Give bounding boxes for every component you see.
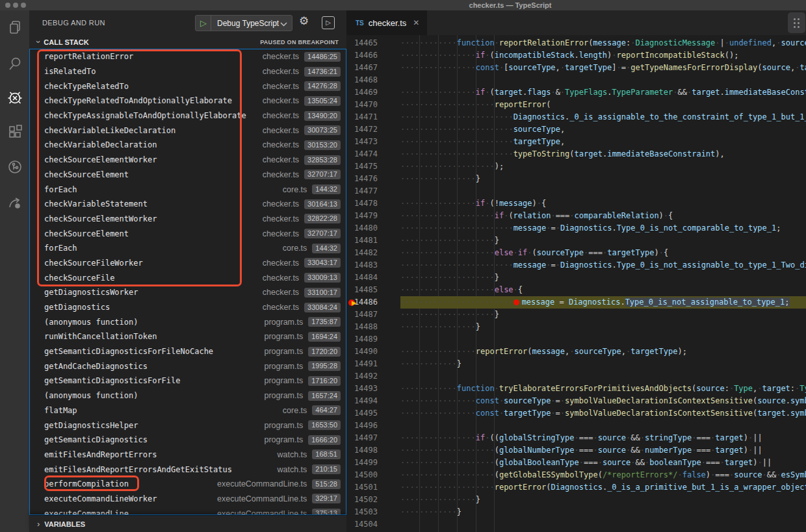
line-number[interactable]: 14471 [346,111,378,123]
tab-checker-ts[interactable]: TS checker.ts ✕ [346,10,427,35]
call-stack-frame[interactable]: checkTypeRelatedTochecker.ts14276:28 [30,79,346,94]
line-number[interactable]: 14498 [346,444,378,457]
code-line[interactable]: 14468 [346,74,806,86]
call-stack-frame[interactable]: executeCommandLineWorkerexecuteCommandLi… [30,492,346,507]
code-line[interactable]: 14478················if·(!message)·{ [346,197,806,210]
code-line[interactable]: 14483························message·=·D… [346,259,806,272]
code-line[interactable]: 14485····················else·{ [346,284,806,296]
line-number[interactable]: 14478 [346,197,378,210]
code-line[interactable]: 14498····················(globalNumberTy… [346,444,806,457]
code-line[interactable]: 14503············} [346,506,806,518]
editor-actions-handle[interactable] [788,12,805,33]
line-number[interactable]: 14472 [346,123,378,136]
line-number[interactable]: 14491 [346,358,378,370]
code-line[interactable]: 14489 [346,333,806,346]
line-number[interactable]: 14482 [346,247,378,259]
call-stack-frame[interactable]: (anonymous function)program.ts1657:24 [30,388,346,403]
call-stack-frame[interactable]: getSemanticDiagnosticsprogram.ts1666:20 [30,433,346,448]
code-line[interactable]: 14500····················(getGlobalESSym… [346,469,806,481]
call-stack-frame[interactable]: checkSourceElementchecker.ts32707:17 [30,168,346,183]
code-line[interactable]: 14472························sourceType, [346,123,806,136]
line-number[interactable]: 14500 [346,469,378,481]
code-line[interactable]: 14466················if·(incompatibleSta… [346,49,806,62]
share-icon[interactable] [0,190,29,216]
inline-breakpoint-icon[interactable] [514,299,519,305]
code-line[interactable]: 14475····················); [346,160,806,173]
code-line[interactable]: 14469················if·(target.flags·&·… [346,86,806,99]
call-stack-frame[interactable]: checkSourceElementWorkerchecker.ts32822:… [30,212,346,227]
call-stack-frame[interactable]: getDiagnosticschecker.ts33084:24 [30,300,346,315]
line-number[interactable]: 14467 [346,62,378,74]
code-line[interactable]: 14473························targetType, [346,136,806,148]
minimize-window-button[interactable] [13,3,18,8]
line-number[interactable]: 14485 [346,284,378,296]
call-stack-frame[interactable]: runWithCancellationTokenprogram.ts1694:2… [30,329,346,344]
code-line[interactable]: 14476················} [346,173,806,185]
line-number[interactable]: 14476 [346,173,378,185]
debug-console-icon[interactable]: ▷ [322,16,335,29]
code-line[interactable]: 14494················const·sourceType·=·… [346,395,806,407]
code-line[interactable]: 14480························message·=·D… [346,222,806,234]
call-stack-frame[interactable]: getSemanticDiagnosticsForFileprogram.ts1… [30,374,346,388]
code-line[interactable]: 14490················reportError(message… [346,346,806,358]
line-number[interactable]: 14465 [346,37,378,49]
code-line[interactable]: 14467················const·[sourceType,·… [346,62,806,74]
call-stack-frame[interactable]: emitFilesAndReportErrorswatch.ts168:51 [30,448,346,462]
close-icon[interactable]: ✕ [413,18,419,27]
gear-icon[interactable]: ⚙ [299,14,309,28]
line-number[interactable]: 14477 [346,185,378,197]
call-stack-frame[interactable]: reportRelationErrorchecker.ts14486:25 [30,49,346,64]
code-line[interactable]: 14479····················if·(relation·==… [346,210,806,222]
line-number[interactable]: 14494 [346,395,378,407]
call-stack-frame[interactable]: isRelatedTochecker.ts14736:21 [30,64,346,79]
line-number[interactable]: 14501 [346,481,378,494]
extensions-icon[interactable] [0,119,29,145]
code-line[interactable]: 14484····················} [346,272,806,284]
call-stack-frame[interactable]: checkSourceFileWorkerchecker.ts33043:17 [30,256,346,271]
code-line[interactable]: 14496 [346,420,806,432]
call-stack-frame[interactable]: emitFilesAndReportErrorsAndGetExitStatus… [30,462,346,477]
call-stack-frame[interactable]: executeCommandLineexecuteCommandLine.ts3… [30,506,346,515]
line-number[interactable]: 14473 [346,136,378,148]
zoom-window-button[interactable] [21,3,26,8]
code-line[interactable]: 14471························Diagnostics… [346,111,806,123]
code-line[interactable]: 14491············} [346,358,806,370]
call-stack-frame[interactable]: checkVariableLikeDeclarationchecker.ts30… [30,123,346,138]
code-line[interactable]: 14492 [346,370,806,383]
line-number[interactable]: 14484 [346,272,378,284]
line-number[interactable]: 14503 [346,506,378,518]
code-line-current[interactable]: 14486▶························message·=·… [346,296,806,309]
call-stack-frame[interactable]: checkSourceFilechecker.ts33009:13 [30,270,346,285]
call-stack-frame[interactable]: checkVariableStatementchecker.ts30164:13 [30,197,346,212]
close-window-button[interactable] [5,3,10,8]
code-line[interactable]: 14504 [346,518,806,531]
line-number[interactable]: 14488 [346,321,378,333]
source-control-icon[interactable] [0,154,29,180]
call-stack-frame[interactable]: checkSourceElementchecker.ts32707:17 [30,226,346,241]
line-number[interactable]: 14480 [346,222,378,234]
code-line[interactable]: 14502················} [346,494,806,506]
code-line[interactable]: 14482····················else·if·(source… [346,247,806,259]
code-line[interactable]: 14488················} [346,321,806,333]
call-stack-frame[interactable]: checkVariableDeclarationchecker.ts30153:… [30,138,346,153]
variables-header[interactable]: ›VARIABLES [29,515,346,532]
debug-icon[interactable] [0,84,29,110]
line-number[interactable]: 14483 [346,259,378,272]
code-area[interactable]: 14465············function·reportRelation… [346,35,806,532]
call-stack-frame[interactable]: getAndCacheDiagnosticsprogram.ts1995:28 [30,359,346,374]
line-number[interactable]: 14475 [346,160,378,173]
code-line[interactable]: 14501····················reportError(Dia… [346,481,806,494]
code-line[interactable]: 14495················const·targetType·=·… [346,407,806,420]
line-number[interactable]: 14496 [346,420,378,432]
line-number[interactable]: 14495 [346,407,378,420]
call-stack-frame[interactable]: getDiagnosticsWorkerchecker.ts33100:17 [30,285,346,300]
code-line[interactable]: 14499····················(globalBooleanT… [346,457,806,469]
line-number[interactable]: 14469 [346,86,378,99]
code-line[interactable]: 14465············function·reportRelation… [346,37,806,49]
call-stack-frame[interactable]: checkTypeRelatedToAndOptionallyElaborate… [30,94,346,108]
code-line[interactable]: 14493············function·tryElaborateEr… [346,383,806,395]
line-number[interactable]: 14497 [346,432,378,444]
call-stack-frame[interactable]: checkSourceElementWorkerchecker.ts32853:… [30,153,346,168]
call-stack-frame[interactable]: getSemanticDiagnosticsForFileNoCacheprog… [30,344,346,359]
call-stack-frame[interactable]: forEachcore.ts144:32 [30,241,346,256]
